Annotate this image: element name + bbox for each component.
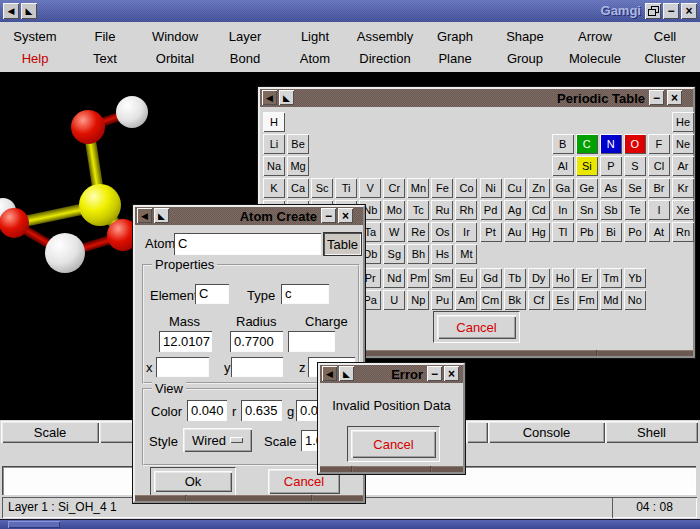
element-input[interactable]: C xyxy=(195,284,229,304)
menu-item-file[interactable]: File xyxy=(70,29,140,44)
element-cell-K[interactable]: K xyxy=(263,178,285,198)
element-cell-Te[interactable]: Te xyxy=(624,200,646,220)
menu-item-assembly[interactable]: Assembly xyxy=(350,29,420,44)
element-cell-Re[interactable]: Re xyxy=(407,222,429,242)
element-cell-Mo[interactable]: Mo xyxy=(383,200,405,220)
element-cell-Md[interactable]: Md xyxy=(600,290,622,310)
element-cell-Cr[interactable]: Cr xyxy=(383,178,405,198)
element-cell-Pm[interactable]: Pm xyxy=(407,268,429,288)
element-cell-Ni[interactable]: Ni xyxy=(480,178,502,198)
element-cell-Tc[interactable]: Tc xyxy=(407,200,429,220)
menu-item-arrow[interactable]: Arrow xyxy=(560,29,630,44)
element-cell-Os[interactable]: Os xyxy=(431,222,453,242)
element-cell-P[interactable]: P xyxy=(600,156,622,176)
menu-item-group[interactable]: Group xyxy=(490,51,560,66)
element-cell-Si[interactable]: Si xyxy=(576,156,598,176)
window-titlebar[interactable]: ◀ ◣ Gamgi − × xyxy=(0,0,700,22)
element-cell-Mt[interactable]: Mt xyxy=(455,244,477,264)
minimize-button[interactable]: − xyxy=(321,208,336,223)
shell-button[interactable]: Shell xyxy=(605,421,698,443)
element-cell-Ne[interactable]: Ne xyxy=(672,134,694,154)
element-cell-Hg[interactable]: Hg xyxy=(528,222,550,242)
element-cell-Sb[interactable]: Sb xyxy=(600,200,622,220)
element-cell-Sm[interactable]: Sm xyxy=(431,268,453,288)
x-input[interactable] xyxy=(156,357,209,377)
element-cell-Na[interactable]: Na xyxy=(263,156,285,176)
element-cell-C[interactable]: C xyxy=(576,134,598,154)
element-cell-W[interactable]: W xyxy=(383,222,405,242)
element-cell-Sg[interactable]: Sg xyxy=(383,244,405,264)
y-input[interactable] xyxy=(231,357,283,377)
element-cell-Ru[interactable]: Ru xyxy=(431,200,453,220)
element-cell-Co[interactable]: Co xyxy=(455,178,477,198)
element-cell-Ho[interactable]: Ho xyxy=(552,268,574,288)
element-cell-Ti[interactable]: Ti xyxy=(335,178,357,198)
element-cell-Bk[interactable]: Bk xyxy=(504,290,526,310)
minimize-button[interactable]: − xyxy=(649,90,664,105)
element-cell-Kr[interactable]: Kr xyxy=(672,178,694,198)
menu-item-orbital[interactable]: Orbital xyxy=(140,51,210,66)
dialog-detach-button[interactable]: ◀ xyxy=(262,90,277,105)
menu-item-help[interactable]: Help xyxy=(0,51,70,66)
dialog-resize-bar[interactable] xyxy=(135,495,363,501)
dialog-detach-button[interactable]: ◀ xyxy=(137,208,152,223)
element-cell-I[interactable]: I xyxy=(648,200,670,220)
mass-input[interactable]: 12.0107 xyxy=(159,331,212,352)
element-cell-Rh[interactable]: Rh xyxy=(455,200,477,220)
menu-item-graph[interactable]: Graph xyxy=(420,29,490,44)
element-cell-Zn[interactable]: Zn xyxy=(528,178,550,198)
ok-button[interactable]: Ok xyxy=(154,471,232,492)
close-button[interactable]: × xyxy=(681,3,697,19)
element-cell-Er[interactable]: Er xyxy=(576,268,598,288)
element-cell-Tm[interactable]: Tm xyxy=(600,268,622,288)
console-button[interactable]: Console xyxy=(488,421,605,443)
dialog-shade-button[interactable]: ◣ xyxy=(279,90,294,105)
menu-item-text[interactable]: Text xyxy=(70,51,140,66)
menu-item-shape[interactable]: Shape xyxy=(490,29,560,44)
element-cell-Ge[interactable]: Ge xyxy=(576,178,598,198)
element-cell-Fm[interactable]: Fm xyxy=(576,290,598,310)
menu-item-cell[interactable]: Cell xyxy=(630,29,700,44)
element-cell-F[interactable]: F xyxy=(648,134,670,154)
scale-button[interactable]: Scale xyxy=(1,421,99,443)
element-cell-In[interactable]: In xyxy=(552,200,574,220)
menu-item-window[interactable]: Window xyxy=(140,29,210,44)
element-cell-Pb[interactable]: Pb xyxy=(576,222,598,242)
element-cell-B[interactable]: B xyxy=(552,134,574,154)
element-cell-V[interactable]: V xyxy=(359,178,381,198)
element-cell-As[interactable]: As xyxy=(600,178,622,198)
dialog-detach-button[interactable]: ◀ xyxy=(322,366,337,381)
element-cell-Ar[interactable]: Ar xyxy=(672,156,694,176)
element-cell-Nd[interactable]: Nd xyxy=(383,268,405,288)
element-cell-Ag[interactable]: Ag xyxy=(504,200,526,220)
element-cell-Sn[interactable]: Sn xyxy=(576,200,598,220)
element-cell-Po[interactable]: Po xyxy=(624,222,646,242)
element-cell-H[interactable]: H xyxy=(263,112,285,132)
element-cell-Bi[interactable]: Bi xyxy=(600,222,622,242)
close-button[interactable]: × xyxy=(667,90,682,105)
element-cell-He[interactable]: He xyxy=(672,112,694,132)
table-button[interactable]: Table xyxy=(324,233,361,255)
element-cell-Ca[interactable]: Ca xyxy=(287,178,309,198)
menu-item-plane[interactable]: Plane xyxy=(420,51,490,66)
element-cell-Cf[interactable]: Cf xyxy=(528,290,550,310)
element-cell-Gd[interactable]: Gd xyxy=(480,268,502,288)
toolbar-button-hidden-3[interactable] xyxy=(466,421,488,443)
element-cell-Rn[interactable]: Rn xyxy=(672,222,694,242)
element-cell-Tb[interactable]: Tb xyxy=(504,268,526,288)
element-cell-Es[interactable]: Es xyxy=(552,290,574,310)
error-titlebar[interactable]: ◀ ◣ Error − × xyxy=(320,365,463,383)
element-cell-Cu[interactable]: Cu xyxy=(504,178,526,198)
periodic-table-titlebar[interactable]: ◀ ◣ Periodic Table − × xyxy=(260,89,693,107)
menu-item-light[interactable]: Light xyxy=(280,29,350,44)
element-cell-Sc[interactable]: Sc xyxy=(311,178,333,198)
menu-item-cluster[interactable]: Cluster xyxy=(630,51,700,66)
menu-item-system[interactable]: System xyxy=(0,29,70,44)
element-cell-Ir[interactable]: Ir xyxy=(455,222,477,242)
window-shade-button[interactable]: ◣ xyxy=(21,3,37,19)
atom-ball-o[interactable] xyxy=(0,208,29,238)
type-input[interactable]: c xyxy=(281,284,329,304)
dialog-shade-button[interactable]: ◣ xyxy=(339,366,354,381)
maximize-button[interactable] xyxy=(645,3,661,19)
element-cell-Cd[interactable]: Cd xyxy=(528,200,550,220)
